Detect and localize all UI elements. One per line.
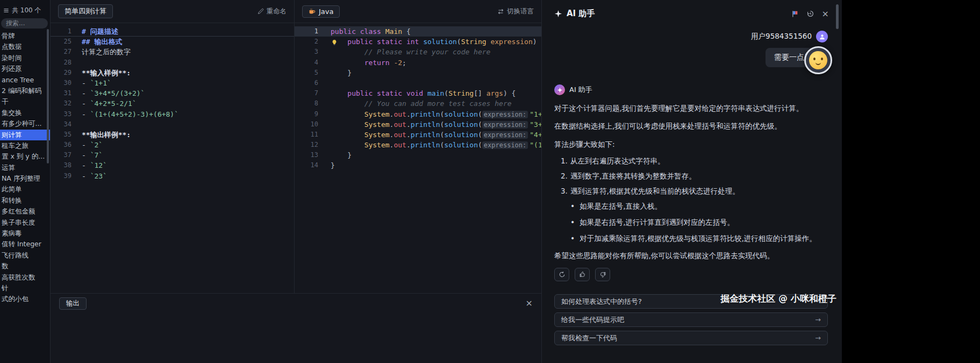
description-lines: 1# 问题描述25## 输出格式27计算之后的数字2829**输入样例**:30… xyxy=(51,23,294,181)
problem-list-item[interactable]: 染时间 xyxy=(0,53,50,63)
line-number: 39 xyxy=(51,171,71,181)
problem-list-item[interactable]: 针 xyxy=(0,283,50,294)
line-number: 11 xyxy=(295,130,318,140)
editor-line[interactable]: 35**输出样例**: xyxy=(51,130,294,140)
line-content: // You can add more test cases here xyxy=(331,98,512,109)
list-marker: • xyxy=(570,202,575,211)
line-content: public static void main(String[] args) { xyxy=(331,88,516,98)
editor-line[interactable]: 2 public static int solution(String expr… xyxy=(295,37,541,47)
suggestion-chip[interactable]: 给我一些代码提示吧→ xyxy=(554,312,828,327)
problem-list-item[interactable]: 租车之旅 xyxy=(0,140,50,151)
editor-line[interactable]: 38- `12` xyxy=(51,160,294,170)
editor-line[interactable]: 36- `2` xyxy=(51,140,294,150)
ai-list-item: 1.从左到右遍历表达式字符串。 xyxy=(554,156,828,166)
editor-line[interactable]: 32- `4+2*5-2/1` xyxy=(51,98,294,109)
editor-header: Java 切换语言 xyxy=(295,0,541,23)
editor-line[interactable]: 1public class Main { xyxy=(295,26,541,37)
editor-line[interactable]: 3 // Please write your code here xyxy=(295,47,541,57)
line-number: 37 xyxy=(51,150,71,160)
thumbs-down-button[interactable] xyxy=(595,268,610,281)
problem-list-item[interactable]: 则计算 xyxy=(0,130,50,140)
output-close-icon[interactable]: × xyxy=(526,299,533,308)
switch-language-button[interactable]: 切换语言 xyxy=(497,7,534,16)
sidebar-scrollbar[interactable] xyxy=(47,29,49,163)
problem-list-item[interactable]: 运算 xyxy=(0,162,50,173)
suggestion-chip[interactable]: 帮我检查一下代码→ xyxy=(554,331,828,345)
ai-list-item: 3.遇到运算符,根据其优先级和当前的栈状态进行处理。 xyxy=(554,187,828,196)
editor-line[interactable]: 1# 问题描述 xyxy=(51,26,294,37)
line-number: 34 xyxy=(51,119,71,130)
ai-paragraph: 算法步骤大致如下: xyxy=(554,139,828,150)
line-content: System.out.println(solution(expression:"… xyxy=(331,130,541,140)
problem-list-item[interactable]: 多红包金额 xyxy=(0,206,50,217)
regenerate-button[interactable] xyxy=(554,268,569,281)
flag-icon[interactable] xyxy=(791,10,799,18)
ai-scrollbar[interactable] xyxy=(836,4,839,29)
editor-line[interactable]: 29**输入样例**: xyxy=(51,68,294,78)
line-content: ## 输出格式 xyxy=(82,37,122,47)
menu-icon[interactable] xyxy=(3,8,9,13)
problem-list-item[interactable]: 数 xyxy=(0,261,50,272)
problem-list-item[interactable]: 点数据 xyxy=(0,41,50,52)
problem-list-item[interactable]: 和转换 xyxy=(0,195,50,206)
editor-line[interactable]: 31- `3+4*5/(3+2)` xyxy=(51,88,294,98)
ai-paragraph: 对于这个计算器问题,我们首先要理解它是要对给定的字符串表达式进行计算。 xyxy=(554,103,828,113)
search-input[interactable]: 搜索... xyxy=(1,18,48,29)
output-tab[interactable]: 输出 xyxy=(59,297,87,310)
problem-list-item[interactable]: 高获胜次数 xyxy=(0,272,50,283)
problem-list-item[interactable]: 此简单 xyxy=(0,184,50,195)
editor-line[interactable]: 13 } xyxy=(295,150,541,160)
editor-line[interactable]: 7 public static void main(String[] args)… xyxy=(295,88,541,98)
thumbs-up-button[interactable] xyxy=(575,268,590,281)
ai-assistant-name: AI 助手 xyxy=(569,85,592,95)
rename-button[interactable]: 重命名 xyxy=(257,7,287,16)
list-text: 如果是左括号,直接入栈。 xyxy=(580,202,662,211)
editor-line[interactable]: 12 System.out.println(solution(expressio… xyxy=(295,140,541,150)
problem-list-item[interactable]: 飞行路线 xyxy=(0,250,50,261)
editor-line[interactable]: 11 System.out.println(solution(expressio… xyxy=(295,130,541,140)
editor-line[interactable]: 28 xyxy=(51,58,294,68)
editor-line[interactable]: 9 System.out.println(solution(expression… xyxy=(295,109,541,119)
editor-line[interactable]: 34 xyxy=(51,119,294,130)
history-icon[interactable] xyxy=(806,10,814,18)
problem-list-item[interactable]: 有多少种可... xyxy=(0,118,50,129)
ai-assistant-label-row: AI 助手 xyxy=(554,84,828,95)
output-panel: 输出 × xyxy=(51,293,541,363)
problem-list-item[interactable]: 式的小包 xyxy=(0,294,50,304)
floating-emoji-avatar[interactable] xyxy=(804,46,832,74)
editor-line[interactable]: 14} xyxy=(295,160,541,170)
problem-list-item[interactable]: NA 序列整理 xyxy=(0,173,50,184)
editor-line[interactable]: 33- `(1+(4+5+2)-3)+(6+8)` xyxy=(51,109,294,119)
language-tab[interactable]: Java xyxy=(302,5,340,18)
editor-line[interactable]: 30- `1+1` xyxy=(51,78,294,88)
user-avatar[interactable] xyxy=(816,31,828,42)
problem-list-item[interactable]: 换子串长度 xyxy=(0,217,50,228)
editor-line[interactable]: 5 } xyxy=(295,68,541,78)
line-content: **输出样例**: xyxy=(82,130,131,140)
ai-close-icon[interactable]: × xyxy=(822,10,829,18)
problem-list-item[interactable]: 列还原 xyxy=(0,63,50,74)
editor-line[interactable]: 4 return -2; xyxy=(295,58,541,68)
problem-title-tab[interactable]: 简单四则计算 xyxy=(58,4,113,18)
problem-list-item[interactable]: 置 x 到 y 的... xyxy=(0,151,50,162)
problem-sidebar: 共 100 个 搜索... 骨牌点数据染时间列还原ance Tree2 编码和解… xyxy=(0,0,51,363)
problem-list-item[interactable]: 素病毒 xyxy=(0,228,50,239)
lightbulb-icon[interactable] xyxy=(331,38,338,47)
editor-line[interactable]: 6 xyxy=(295,78,541,88)
problem-list-item[interactable]: 2 编码和解码 xyxy=(0,86,50,96)
problem-list-item[interactable]: 骨牌 xyxy=(0,31,50,41)
line-number: 3 xyxy=(295,47,318,57)
problem-list-item[interactable]: 干 xyxy=(0,96,50,107)
editor-line[interactable]: 8 // You can add more test cases here xyxy=(295,98,541,109)
problem-list-item[interactable]: ance Tree xyxy=(0,75,50,86)
problem-list-item[interactable]: 值转 Integer xyxy=(0,239,50,250)
editor-line[interactable]: 10 System.out.println(solution(expressio… xyxy=(295,119,541,130)
line-content: - `3+4*5/(3+2)` xyxy=(82,88,145,98)
editor-line[interactable]: 37- `7` xyxy=(51,150,294,160)
list-marker: • xyxy=(570,218,575,227)
editor-line[interactable]: 39- `23` xyxy=(51,171,294,181)
line-content: - `1+1` xyxy=(82,78,111,88)
editor-line[interactable]: 25## 输出格式 xyxy=(51,37,294,47)
editor-line[interactable]: 27计算之后的数字 xyxy=(51,47,294,57)
problem-list-item[interactable]: 集交换 xyxy=(0,108,50,118)
